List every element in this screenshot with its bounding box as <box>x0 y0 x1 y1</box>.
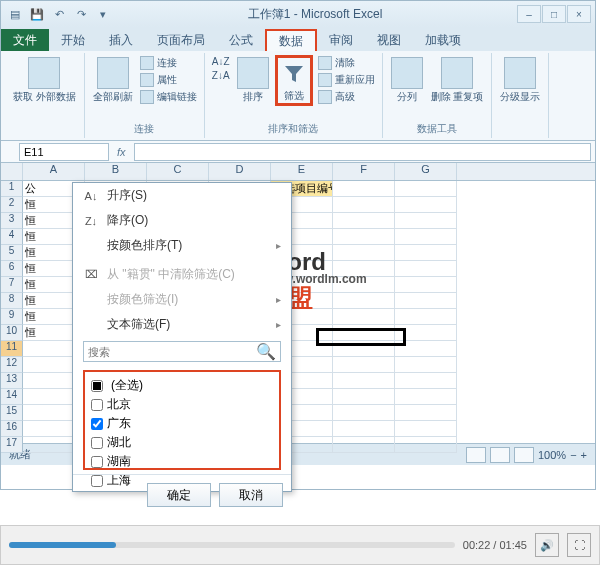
sort-descending-item[interactable]: Z↓降序(O) <box>73 208 291 233</box>
connections-button[interactable]: 连接 <box>139 55 198 71</box>
row-header[interactable]: 16 <box>1 421 23 437</box>
row-header[interactable]: 4 <box>1 229 23 245</box>
row-header[interactable]: 9 <box>1 309 23 325</box>
reapply-button[interactable]: 重新应用 <box>317 72 376 88</box>
filter-item-beijing[interactable]: 北京 <box>89 395 275 414</box>
row-header[interactable]: 15 <box>1 405 23 421</box>
tab-addin[interactable]: 加载项 <box>413 29 473 51</box>
tab-file[interactable]: 文件 <box>1 29 49 51</box>
close-button[interactable]: × <box>567 5 591 23</box>
filter-button[interactable]: 筛选 <box>275 55 313 106</box>
col-header[interactable]: G <box>395 163 457 180</box>
filter-dropdown-menu: A↓升序(S) Z↓降序(O) 按颜色排序(T)▸ ⌧从 "籍贯" 中清除筛选(… <box>72 182 292 492</box>
name-box[interactable]: E11 <box>19 143 109 161</box>
quick-access-toolbar: ▤ 💾 ↶ ↷ ▾ <box>5 4 113 24</box>
tab-data[interactable]: 数据 <box>265 29 317 51</box>
window-controls: – □ × <box>517 5 591 23</box>
remove-duplicates-button[interactable]: 删除 重复项 <box>429 55 486 104</box>
split-icon <box>391 57 423 89</box>
row-header[interactable]: 7 <box>1 277 23 293</box>
prop-icon <box>140 73 154 87</box>
tab-insert[interactable]: 插入 <box>97 29 145 51</box>
advanced-button[interactable]: 高级 <box>317 89 376 105</box>
row-header[interactable]: 12 <box>1 357 23 373</box>
col-header[interactable]: E <box>271 163 333 180</box>
row-header[interactable]: 3 <box>1 213 23 229</box>
get-external-data-button[interactable]: 获取 外部数据 <box>11 55 78 104</box>
redo-icon[interactable]: ↷ <box>71 4 91 24</box>
search-icon: 🔍 <box>256 342 276 361</box>
maximize-button[interactable]: □ <box>542 5 566 23</box>
sort-asc-button[interactable]: A↓Z <box>211 55 231 68</box>
ok-button[interactable]: 确定 <box>147 483 211 507</box>
filter-item-hubei[interactable]: 湖北 <box>89 433 275 452</box>
row-header[interactable]: 1 <box>1 181 23 197</box>
sort-by-color-item[interactable]: 按颜色排序(T)▸ <box>73 233 291 258</box>
properties-button[interactable]: 属性 <box>139 72 198 88</box>
tab-formula[interactable]: 公式 <box>217 29 265 51</box>
group-label-datatools: 数据工具 <box>389 122 486 136</box>
filter-search-input[interactable] <box>88 346 256 358</box>
ribbon-group-datatools: 分列 删除 重复项 数据工具 <box>383 53 493 138</box>
undo-icon[interactable]: ↶ <box>49 4 69 24</box>
minimize-button[interactable]: – <box>517 5 541 23</box>
qat-more-icon[interactable]: ▾ <box>93 4 113 24</box>
chevron-right-icon: ▸ <box>276 240 281 251</box>
tab-layout[interactable]: 页面布局 <box>145 29 217 51</box>
reapply-icon <box>318 73 332 87</box>
cancel-button[interactable]: 取消 <box>219 483 283 507</box>
row-header[interactable]: 13 <box>1 373 23 389</box>
row-header[interactable]: 17 <box>1 437 23 453</box>
edit-links-button[interactable]: 编辑链接 <box>139 89 198 105</box>
sort-button[interactable]: 排序 <box>235 55 271 104</box>
outline-icon <box>504 57 536 89</box>
tab-home[interactable]: 开始 <box>49 29 97 51</box>
volume-icon[interactable]: 🔊 <box>535 533 559 557</box>
formula-bar-row: E11 fx <box>1 141 595 163</box>
row-header[interactable]: 14 <box>1 389 23 405</box>
ribbon-group-getdata: 获取 外部数据 <box>5 53 85 138</box>
filter-search-box[interactable]: 🔍 <box>83 341 281 362</box>
clear-filter-item: ⌧从 "籍贯" 中清除筛选(C) <box>73 262 291 287</box>
chevron-right-icon: ▸ <box>276 294 281 305</box>
col-header[interactable]: D <box>209 163 271 180</box>
outline-button[interactable]: 分级显示 <box>498 55 542 104</box>
fx-label[interactable]: fx <box>117 146 126 158</box>
row-header[interactable]: 11 <box>1 341 23 357</box>
row-header[interactable]: 8 <box>1 293 23 309</box>
clear-icon <box>318 56 332 70</box>
tab-review[interactable]: 审阅 <box>317 29 365 51</box>
progress-fill <box>9 542 116 548</box>
sort-desc-button[interactable]: Z↓A <box>211 69 231 82</box>
col-header[interactable]: A <box>23 163 85 180</box>
window-title: 工作簿1 - Microsoft Excel <box>113 6 517 23</box>
clear-filter-button[interactable]: 清除 <box>317 55 376 71</box>
filter-item-hunan[interactable]: 湖南 <box>89 452 275 471</box>
refresh-all-button[interactable]: 全部刷新 <box>91 55 135 104</box>
sort-icon <box>237 57 269 89</box>
row-header[interactable]: 2 <box>1 197 23 213</box>
text-filter-item[interactable]: 文本筛选(F)▸ <box>73 312 291 337</box>
select-all-corner[interactable] <box>1 163 23 180</box>
row-header[interactable]: 10 <box>1 325 23 341</box>
sort-ascending-item[interactable]: A↓升序(S) <box>73 183 291 208</box>
dedup-icon <box>441 57 473 89</box>
col-header[interactable]: C <box>147 163 209 180</box>
progress-bar[interactable] <box>9 542 455 548</box>
fullscreen-icon[interactable]: ⛶ <box>567 533 591 557</box>
filter-item-guangdong[interactable]: 广东 <box>89 414 275 433</box>
ribbon-group-outline: 分级显示 <box>492 53 549 138</box>
filter-item-all[interactable]: (全选) <box>89 376 275 395</box>
tab-view[interactable]: 视图 <box>365 29 413 51</box>
col-header[interactable]: B <box>85 163 147 180</box>
col-header[interactable]: F <box>333 163 395 180</box>
column-headers: A B C D E F G <box>1 163 595 181</box>
excel-icon[interactable]: ▤ <box>5 4 25 24</box>
formula-bar[interactable] <box>134 143 591 161</box>
save-icon[interactable]: 💾 <box>27 4 47 24</box>
funnel-icon <box>280 60 308 88</box>
row-header[interactable]: 6 <box>1 261 23 277</box>
text-to-columns-button[interactable]: 分列 <box>389 55 425 104</box>
row-header[interactable]: 5 <box>1 245 23 261</box>
chevron-right-icon: ▸ <box>276 319 281 330</box>
